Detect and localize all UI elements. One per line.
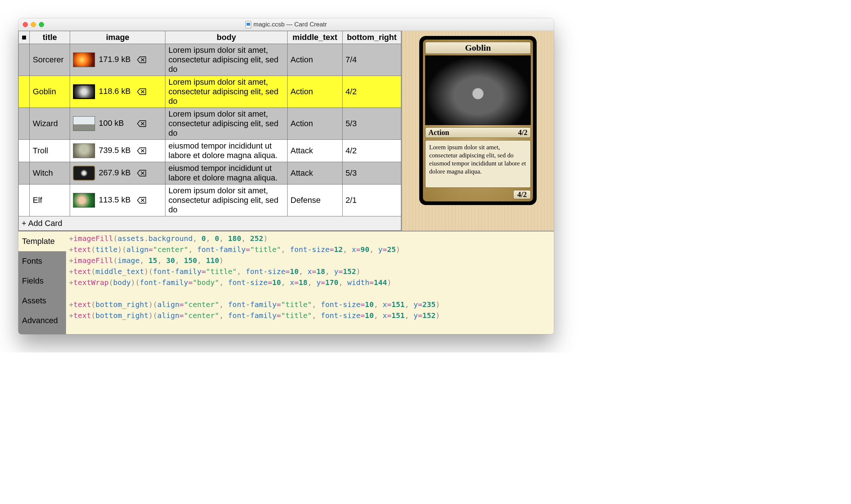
cell-middle-text[interactable]: Attack <box>288 140 343 162</box>
cell-check[interactable] <box>19 44 30 76</box>
image-thumbnail <box>73 52 95 67</box>
image-size: 171.9 kB <box>99 55 132 64</box>
image-thumbnail <box>73 166 95 180</box>
col-body[interactable]: body <box>165 31 288 44</box>
cell-body[interactable]: eiusmod tempor incididunt ut labore et d… <box>165 162 288 185</box>
cell-body[interactable]: Lorem ipsum dolor sit amet, consectetur … <box>165 185 288 216</box>
remove-image-icon[interactable] <box>136 196 147 205</box>
cell-body[interactable]: Lorem ipsum dolor sit amet, consectetur … <box>165 44 288 76</box>
image-size: 267.9 kB <box>99 168 132 178</box>
image-thumbnail <box>73 143 95 158</box>
cell-check[interactable] <box>19 108 30 140</box>
template-code-editor[interactable]: +imageFill(assets.background, 0, 0, 180,… <box>66 231 554 334</box>
add-card-button[interactable]: + Add Card <box>22 219 62 228</box>
window-controls <box>23 22 44 27</box>
table-row[interactable]: Troll739.5 kBeiusmod tempor incididunt u… <box>19 140 401 162</box>
app-window: magic.ccsb — Card Creatr ■ title image b… <box>18 18 554 334</box>
cell-check[interactable] <box>19 162 30 185</box>
card-body: Lorem ipsum dolor sit amet, consectetur … <box>425 140 531 188</box>
table-row[interactable]: Sorcerer171.9 kBLorem ipsum dolor sit am… <box>19 44 401 76</box>
cell-check[interactable] <box>19 185 30 216</box>
cell-bottom-right[interactable]: 4/2 <box>343 76 401 108</box>
titlebar: magic.ccsb — Card Creatr <box>18 18 554 31</box>
cell-title[interactable]: Goblin <box>30 76 70 108</box>
remove-image-icon[interactable] <box>136 55 147 64</box>
cell-title[interactable]: Troll <box>30 140 70 162</box>
minimize-icon[interactable] <box>31 22 36 27</box>
cell-body[interactable]: eiusmod tempor incididunt ut labore et d… <box>165 140 288 162</box>
cell-middle-text[interactable]: Action <box>288 76 343 108</box>
remove-image-icon[interactable] <box>136 146 147 155</box>
cell-bottom-right[interactable]: 5/3 <box>343 108 401 140</box>
cell-middle-text[interactable]: Action <box>288 108 343 140</box>
cell-title[interactable]: Wizard <box>30 108 70 140</box>
image-size: 100 kB <box>99 118 132 128</box>
cell-image[interactable]: 739.5 kB <box>70 140 165 162</box>
table-row[interactable]: Elf113.5 kBLorem ipsum dolor sit amet, c… <box>19 185 401 216</box>
cell-bottom-right[interactable]: 2/1 <box>343 185 401 216</box>
tab-fields[interactable]: Fields <box>18 271 66 291</box>
cell-image[interactable]: 118.6 kB <box>70 76 165 108</box>
remove-image-icon[interactable] <box>136 87 147 96</box>
cell-title[interactable]: Elf <box>30 185 70 216</box>
cell-middle-text[interactable]: Attack <box>288 162 343 185</box>
tab-template[interactable]: Template <box>18 231 66 251</box>
window-title: magic.ccsb — Card Creatr <box>245 21 327 28</box>
table-row[interactable]: Witch267.9 kBeiusmod tempor incididunt u… <box>19 162 401 185</box>
image-thumbnail <box>73 84 95 99</box>
cell-title[interactable]: Witch <box>30 162 70 185</box>
cell-bottom-right[interactable]: 7/4 <box>343 44 401 76</box>
table-row[interactable]: Goblin118.6 kBLorem ipsum dolor sit amet… <box>19 76 401 108</box>
card-type-bar: Action 4/2 <box>425 127 531 138</box>
card-type: Action <box>428 128 449 137</box>
zoom-icon[interactable] <box>39 22 44 27</box>
cell-image[interactable]: 113.5 kB <box>70 185 165 216</box>
cell-check[interactable] <box>19 140 30 162</box>
table-row[interactable]: Wizard100 kBLorem ipsum dolor sit amet, … <box>19 108 401 140</box>
close-icon[interactable] <box>23 22 28 27</box>
cell-body[interactable]: Lorem ipsum dolor sit amet, consectetur … <box>165 76 288 108</box>
col-image[interactable]: image <box>70 31 165 44</box>
window-title-text: magic.ccsb — Card Creatr <box>253 21 327 28</box>
cell-image[interactable]: 267.9 kB <box>70 162 165 185</box>
card-bottom-stat: 4/2 <box>513 190 531 199</box>
tab-assets[interactable]: Assets <box>18 291 66 311</box>
editor-tabs: TemplateFontsFieldsAssetsAdvanced <box>18 231 66 334</box>
cell-title[interactable]: Sorcerer <box>30 44 70 76</box>
card-stat: 4/2 <box>518 128 527 137</box>
cards-table: ■ title image body middle_text bottom_ri… <box>18 31 401 231</box>
cell-middle-text[interactable]: Action <box>288 44 343 76</box>
card-art <box>425 55 531 125</box>
tab-fonts[interactable]: Fonts <box>18 251 66 271</box>
card-preview-panel: Goblin Action 4/2 Lorem ipsum dolor sit … <box>401 31 554 231</box>
col-title[interactable]: title <box>30 31 70 44</box>
col-bottom-right[interactable]: bottom_right <box>343 31 401 44</box>
cell-middle-text[interactable]: Defense <box>288 185 343 216</box>
col-check[interactable]: ■ <box>19 31 30 44</box>
image-size: 113.5 kB <box>99 195 132 205</box>
image-size: 739.5 kB <box>99 146 132 155</box>
card-preview: Goblin Action 4/2 Lorem ipsum dolor sit … <box>419 36 537 205</box>
image-thumbnail <box>73 116 95 131</box>
image-size: 118.6 kB <box>99 87 132 96</box>
remove-image-icon[interactable] <box>136 169 147 178</box>
remove-image-icon[interactable] <box>136 119 147 128</box>
cell-image[interactable]: 100 kB <box>70 108 165 140</box>
tab-advanced[interactable]: Advanced <box>18 311 66 330</box>
document-icon <box>245 21 251 28</box>
cell-body[interactable]: Lorem ipsum dolor sit amet, consectetur … <box>165 108 288 140</box>
cell-bottom-right[interactable]: 5/3 <box>343 162 401 185</box>
card-title: Goblin <box>425 42 531 54</box>
col-middle-text[interactable]: middle_text <box>288 31 343 44</box>
cell-image[interactable]: 171.9 kB <box>70 44 165 76</box>
image-thumbnail <box>73 193 95 208</box>
cell-check[interactable] <box>19 76 30 108</box>
cell-bottom-right[interactable]: 4/2 <box>343 140 401 162</box>
